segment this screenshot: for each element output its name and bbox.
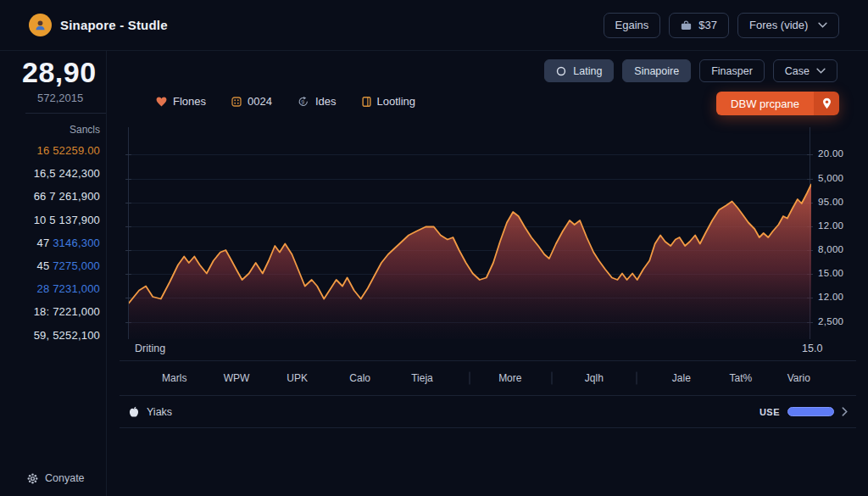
button-label: Sinapoire — [634, 65, 679, 77]
button-label: Lating — [573, 65, 602, 77]
row-prefix: 66 7 — [34, 190, 56, 203]
y-axis-tick-label: 12.00 — [818, 220, 843, 231]
divider — [120, 360, 856, 361]
watchlist-row[interactable]: 59, 5252,100 — [0, 324, 100, 347]
egains-button[interactable]: Egains — [604, 13, 661, 38]
tab-flones[interactable]: Flones — [156, 95, 206, 108]
row-value: 137,900 — [59, 214, 100, 226]
bottom-bar-left: Yiaks — [129, 406, 172, 418]
bottom-bar-label: Yiaks — [147, 406, 172, 418]
watchlist-row[interactable]: 10 5 137,900 — [0, 209, 100, 231]
watchlist-row[interactable]: 47 3146,300 — [0, 231, 100, 254]
price-value: 28,90 — [22, 56, 106, 89]
price-chart[interactable] — [128, 127, 810, 339]
row-prefix: 28 — [36, 282, 49, 295]
fores-vide--button[interactable]: Fores (vide) — [737, 13, 839, 38]
watchlist-row[interactable]: 18: 7221,000 — [0, 300, 100, 323]
y-axis-tick-label: 20.00 — [818, 148, 843, 159]
row-value: 7221,000 — [53, 305, 100, 318]
price-subvalue: 572,2015 — [37, 92, 106, 104]
tab-ides[interactable]: 9Ides — [298, 95, 337, 108]
watchlist-row[interactable]: 66 7 261,900 — [0, 185, 100, 208]
chevron-right-icon[interactable] — [842, 407, 848, 416]
button-label: Finasper — [711, 65, 753, 77]
svg-text:9: 9 — [301, 98, 304, 104]
tab-label: Flones — [173, 95, 206, 108]
tab-0024[interactable]: 0024 — [231, 95, 272, 108]
watchlist-rows: 16 52259.0016,5 242,30066 7 261,90010 5 … — [0, 139, 100, 347]
bottom-bar: Yiaks USE — [120, 396, 856, 428]
y-axis-tick-label: 15.00 — [818, 268, 843, 278]
x-axis-label: WPW — [224, 372, 250, 384]
watchlist-row[interactable]: 16 52259.00 — [0, 139, 100, 162]
use-label: USE — [760, 407, 780, 417]
chart-tabs: Flones00249IdesLootling — [156, 95, 415, 108]
primary-action-label: DBW prcpane — [716, 92, 814, 115]
row-prefix: 18: — [34, 305, 50, 318]
x-axis-label: Jqlh — [585, 372, 604, 384]
filter-button-row: LatingSinapoireFinasperCase — [544, 59, 837, 82]
tab-lootling[interactable]: Lootling — [362, 95, 416, 108]
sidebar: 28,90 572,2015 Sancls 16 52259.0016,5 24… — [0, 51, 107, 496]
watchlist-row[interactable]: 16,5 242,300 — [0, 162, 100, 185]
button-label: Egains — [615, 19, 649, 31]
tab-label: 0024 — [248, 95, 272, 108]
row-prefix: 16 — [36, 144, 49, 157]
row-prefix: 47 — [36, 237, 49, 249]
y-axis-tick-label: 95.00 — [818, 197, 843, 207]
top-bar: Sinapore - Studle Egains$37Fores (vide) — [0, 0, 868, 51]
primary-action-button[interactable]: DBW prcpane — [716, 92, 839, 115]
circle-icon — [556, 66, 566, 76]
app-title: Sinapore - Studle — [60, 18, 168, 32]
button-label: Fores (vide) — [749, 19, 808, 31]
-37-button[interactable]: $37 — [669, 13, 729, 38]
x-axis-label: Tieja — [411, 372, 433, 384]
watchlist-row[interactable]: 28 7231,000 — [0, 277, 100, 300]
bottom-bar-right: USE — [760, 407, 848, 417]
x-axis-label: UPK — [287, 372, 308, 384]
chart-footer-right: 15.0 — [802, 343, 822, 354]
case-button[interactable]: Case — [773, 59, 837, 82]
x-axis-separator — [636, 372, 637, 385]
tab-label: Ides — [315, 95, 337, 108]
x-axis-label: More — [498, 372, 521, 384]
settings-label: Conyate — [45, 472, 85, 484]
row-prefix: 10 5 — [34, 214, 56, 226]
watchlist-row[interactable]: 45 7275,000 — [0, 254, 100, 277]
settings-icon — [27, 473, 38, 484]
topbar-button-group: Egains$37Fores (vide) — [604, 13, 839, 38]
x-axis-label: Marls — [162, 372, 186, 384]
chart-x-axis: MarlsWPWUPKCaloTiejaMoreJqlhJaleTat%Vari… — [128, 363, 810, 393]
chevron-down-icon — [818, 22, 827, 28]
lating-button[interactable]: Lating — [544, 59, 614, 82]
x-axis-label: Vario — [787, 372, 810, 384]
area-chart-svg — [129, 127, 811, 339]
use-toggle[interactable] — [787, 407, 834, 416]
row-value: 242,300 — [59, 167, 100, 180]
chevron-down-icon — [816, 68, 826, 74]
row-value: 7275,000 — [53, 259, 100, 272]
sinapoire-button[interactable]: Sinapoire — [622, 59, 691, 82]
x-axis-label: Tat% — [730, 372, 753, 384]
tab-label: Lootling — [377, 95, 416, 108]
row-value: 261,900 — [59, 190, 100, 203]
book-icon — [362, 97, 371, 107]
chart-footer-left: Driting — [135, 343, 165, 354]
row-prefix: 45 — [36, 259, 49, 272]
watchlist-header: Sancls — [0, 124, 100, 136]
finasper-button[interactable]: Finasper — [699, 59, 765, 82]
dice-icon — [231, 97, 242, 107]
apple-icon — [129, 406, 139, 418]
row-value: 7231,000 — [53, 282, 100, 295]
x-axis-separator — [470, 372, 470, 385]
person-icon — [34, 19, 47, 31]
history-icon: 9 — [298, 97, 309, 107]
button-label: Case — [785, 65, 810, 77]
chart-right-axis: 20.005,00095.0012.008,00015.0012.002,500 — [818, 127, 868, 339]
row-prefix: 16,5 — [34, 167, 56, 180]
sidebar-divider — [25, 113, 106, 114]
heart-icon — [156, 97, 167, 107]
settings-button[interactable]: Conyate — [27, 472, 85, 484]
x-axis-separator — [551, 372, 552, 385]
pin-icon — [814, 92, 839, 115]
